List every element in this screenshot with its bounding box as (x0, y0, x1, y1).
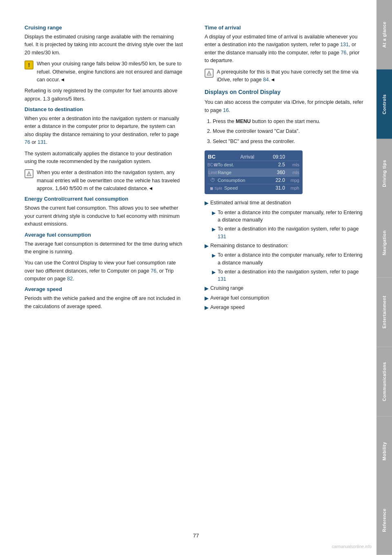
sub-bullet-remaining-2: ▶ To enter a destination into the naviga… (212, 268, 364, 284)
average-speed-section: Average speed Periods with the vehicle p… (24, 286, 184, 311)
bullet-arrival: ▶ Estimated arrival time at destination (205, 199, 364, 207)
sidebar-tab-at-glance[interactable]: At a glance (376, 0, 392, 69)
bc-speed-label: Speed (224, 186, 257, 190)
sidebar-tab-communications[interactable]: Communications (376, 347, 392, 416)
sub-link-131-b[interactable]: 131 (218, 276, 226, 282)
sub-link-131-a[interactable]: 131 (218, 234, 226, 239)
bullet-avg-speed: ▶ Average speed (205, 304, 364, 312)
sub-bullet-arrival-2: ▶ To enter a destination into the naviga… (212, 225, 364, 241)
sub-arrow-4: ▶ (212, 269, 216, 276)
average-fuel-title: Average fuel consumption (24, 232, 184, 238)
bc-consumption-value: 22.0 (250, 177, 285, 183)
bullet-avg-fuel-text: Average fuel consumption (210, 294, 269, 302)
page-number: 77 (193, 533, 199, 539)
sub-bullet-arrival-2-text: To enter a destination into the navigati… (218, 225, 364, 241)
sidebar-tab-driving[interactable]: Driving tips (376, 139, 392, 208)
step-2: Move the controller toward "Car Data". (213, 128, 364, 135)
bullet-cruising-text: Cruising range (210, 284, 243, 292)
sub-arrow-2: ▶ (212, 226, 216, 233)
average-fuel-para1: The average fuel consumption is determin… (24, 240, 184, 256)
distance-destination-para2: The system automatically applies the dis… (24, 150, 184, 166)
bc-consumption-label: Consumption (218, 178, 250, 183)
sub-bullet-arrival-1: ▶ To enter a distance into the computer … (212, 209, 364, 224)
bc-icon-phone: BC☎ (208, 163, 218, 167)
energy-control-title: Energy Control/current fuel consumption (24, 196, 184, 202)
bc-speed-unit: mph (285, 186, 299, 190)
bullet-arrow-avg-speed: ▶ (205, 304, 209, 312)
average-fuel-section: Average fuel consumption The average fue… (24, 232, 184, 283)
cruising-range-para2: Refueling is only registered by the comp… (24, 87, 184, 103)
sidebar-tabs: At a glance Controls Driving tips Naviga… (376, 0, 392, 555)
bc-range-value: 360 (250, 170, 285, 175)
sub-bullet-remaining-1: ▶ To enter a distance into the computer … (212, 251, 364, 267)
arrival-link-131[interactable]: 131 (340, 42, 349, 47)
energy-control-section: Energy Control/current fuel consumption … (24, 196, 184, 228)
bullet-arrival-text: Estimated arrival time at destination (210, 199, 291, 207)
svg-point-2 (29, 175, 29, 175)
arrival-link-76[interactable]: 76 (341, 50, 347, 56)
sidebar-tab-mobility[interactable]: Mobility (376, 416, 392, 486)
bc-todest-unit: mls (285, 162, 299, 167)
bullet-arrow-arrival: ▶ (205, 199, 209, 207)
bc-todest-label: To dest. (218, 162, 250, 167)
bullet-cruising: ▶ Cruising range (205, 284, 364, 293)
right-column: Time of arrival A display of your estima… (198, 25, 364, 539)
sidebar-tab-controls[interactable]: Controls (376, 69, 392, 139)
fuel-link-82[interactable]: 82 (67, 276, 73, 282)
watermark: carmanualsonline.info (332, 544, 372, 549)
bullet-arrow-cruising: ▶ (205, 284, 209, 293)
bc-arrival-value: 09:10 (273, 154, 285, 160)
time-of-arrival-title: Time of arrival (205, 25, 364, 31)
time-of-arrival-para1: A display of your estimated time of arri… (205, 33, 364, 65)
note-icon-arrival (205, 69, 214, 78)
arrival-note-box: A prerequisite for this is that you have… (205, 68, 364, 84)
bc-display: BC Arrival 09:10 BC☎ To dest. 2.5 mls Li… (205, 150, 303, 194)
sub-arrow-1: ▶ (212, 209, 216, 217)
bc-arrival-label: Arrival (241, 154, 273, 160)
bc-icon-split: ◼ Split (208, 186, 224, 190)
left-column: Cruising range Displays the estimated cr… (24, 25, 190, 539)
distance-note-box: When you enter a destination into the na… (24, 169, 184, 192)
dist-link-131[interactable]: 131 (38, 139, 46, 145)
bullet-arrow-avg-fuel: ▶ (205, 294, 209, 302)
sidebar-tab-navigation[interactable]: Navigation (376, 208, 392, 278)
energy-control-para1: Shows the current fuel consumption. This… (24, 204, 184, 228)
bc-header-row: BC Arrival 09:10 (208, 153, 299, 161)
bullet-list: ▶ Estimated arrival time at destination … (205, 199, 364, 312)
bc-icon-timer: ⏱ (208, 177, 218, 183)
average-speed-title: Average speed (24, 286, 184, 292)
fuel-link-76[interactable]: 76 (151, 268, 156, 274)
arrival-note-link-84[interactable]: 84 (263, 77, 269, 83)
bc-range-label: Range (218, 170, 250, 175)
bc-row-speed: ◼ Split Speed 31.0 mph (208, 184, 299, 192)
bc-consumption-unit: mpg (285, 178, 299, 183)
bc-row-range: Limit Range 360 mls (208, 169, 299, 177)
bc-todest-value: 2.5 (250, 162, 285, 168)
step-1: Press the MENU button to open the start … (213, 118, 364, 125)
displays-intro: You can also access the computer via iDr… (205, 98, 364, 114)
bullet-remaining-text: Remaining distance to destination: (210, 242, 288, 250)
sub-bullet-remaining-1-text: To enter a distance into the computer ma… (218, 251, 364, 267)
bc-header-label: BC (208, 154, 241, 160)
displays-link-16[interactable]: 16 (223, 107, 229, 113)
time-of-arrival-section: Time of arrival A display of your estima… (205, 25, 364, 84)
cruising-range-title: Cruising range (24, 25, 184, 31)
distance-destination-title: Distance to destination (24, 106, 184, 112)
warning-icon: ! (24, 60, 33, 69)
cruising-range-warning-text: When your cruising range falls below 30 … (37, 60, 184, 84)
right-sidebar: At a glance Controls Driving tips Naviga… (376, 0, 392, 555)
bullet-avg-speed-text: Average speed (210, 304, 245, 311)
dist-link-76[interactable]: 76 (24, 139, 30, 145)
displays-control-title: Displays on Control Display (205, 89, 364, 95)
sub-bullet-remaining-2-text: To enter a destination into the navigati… (218, 268, 364, 284)
note-icon-dist (24, 169, 33, 178)
sidebar-tab-reference[interactable]: Reference (376, 486, 392, 555)
bullet-arrow-remaining: ▶ (205, 242, 209, 250)
bullet-avg-fuel: ▶ Average fuel consumption (205, 294, 364, 302)
sidebar-tab-entertainment[interactable]: Entertainment (376, 278, 392, 347)
average-fuel-para2: You can use the Control Display to view … (24, 259, 184, 283)
distance-destination-section: Distance to destination When you enter a… (24, 106, 184, 192)
bc-row-consumption: ⏱ Consumption 22.0 mpg (208, 177, 299, 184)
sub-bullet-arrival-1-text: To enter a distance into the computer ma… (218, 209, 364, 224)
svg-point-5 (209, 74, 209, 74)
